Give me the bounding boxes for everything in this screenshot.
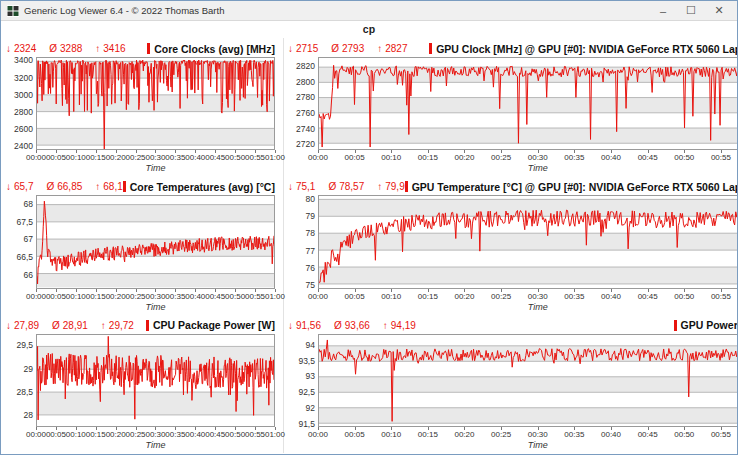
window-title: Generic Log Viewer 6.4 - © 2022 Thomas B… (24, 5, 649, 16)
y-tick-label: 77 (305, 246, 314, 256)
x-tick-label: 00:50 (225, 430, 245, 439)
y-tick-label: 2780 (296, 92, 315, 102)
line-plot[interactable] (36, 334, 275, 427)
line-plot[interactable] (36, 57, 275, 150)
x-tick-label: 00:10 (66, 153, 86, 162)
x-tick-label: 00:20 (454, 292, 474, 301)
legend-color-bar (674, 320, 677, 331)
x-tick-label: 00:10 (381, 292, 401, 301)
x-tick-label: 00:10 (66, 430, 86, 439)
line-plot[interactable] (318, 57, 738, 150)
x-tick-label: 00:10 (381, 430, 401, 439)
x-tick-label: 00:50 (674, 153, 694, 162)
x-tick-label: 00:00 (308, 292, 328, 301)
time-axis-label: Time (318, 440, 738, 452)
chart-panel-gpu-temp: ↓75,1 Ø78,57 ↑79,9 GPU Temperature [°C] … (284, 176, 738, 314)
x-tick-label: 00:30 (528, 430, 548, 439)
chart-stats: ↓2324 Ø3288 ↑3416 (6, 43, 126, 54)
max-arrow-icon: ↑ (101, 320, 106, 331)
chart-stats: ↓75,1 Ø78,57 ↑79,9 (288, 181, 405, 192)
x-tick-label: 00:15 (86, 153, 106, 162)
y-tick-label: 29,5 (16, 340, 33, 350)
chart-grid: ↓2324 Ø3288 ↑3416 Core Clocks (avg) [MHz… (2, 38, 736, 453)
chart-panel-gpu-clock: ↓2715 Ø2793 ↑2827 GPU Clock [MHz] @ GPU … (284, 38, 738, 176)
line-plot[interactable] (36, 195, 275, 288)
min-arrow-icon: ↓ (288, 320, 293, 331)
avg-icon: Ø (46, 181, 54, 192)
x-tick-label: 00:30 (145, 153, 165, 162)
x-tick-label: 00:05 (46, 292, 66, 301)
x-tick-label: 00:15 (418, 292, 438, 301)
x-tick-label: 00:00 (26, 430, 46, 439)
y-tick-label: 66,5 (16, 252, 33, 262)
y-axis-labels: 6867,56766,566 (6, 195, 36, 288)
close-button[interactable]: ✕ (705, 2, 733, 20)
max-arrow-icon: ↑ (95, 181, 100, 192)
y-axis-labels: 282028002780276027402720 (288, 57, 318, 150)
avg-icon: Ø (334, 320, 342, 331)
min-stat: ↓91,56 (288, 320, 321, 331)
x-tick-label: 00:00 (26, 153, 46, 162)
min-stat: ↓75,1 (288, 181, 315, 192)
y-tick-label: 93 (305, 371, 314, 381)
x-tick-label: 00:30 (145, 430, 165, 439)
y-tick-label: 67,5 (16, 217, 33, 227)
minimize-button[interactable]: – (649, 2, 677, 20)
y-tick-label: 2760 (296, 108, 315, 118)
line-plot[interactable] (318, 195, 738, 288)
y-tick-label: 29 (24, 364, 33, 374)
legend-color-bar (147, 43, 150, 54)
x-tick-label: 00:40 (185, 430, 205, 439)
avg-icon: Ø (331, 43, 339, 54)
x-tick-label: 00:15 (418, 153, 438, 162)
max-stat: ↑79,9 (377, 181, 404, 192)
x-tick-label: 00:35 (564, 430, 584, 439)
y-axis-labels: 29,52928,528 (6, 334, 36, 427)
max-stat: ↑29,72 (101, 320, 134, 331)
chart-panel-core-temps: ↓65,7 Ø66,85 ↑68,1 Core Temperatures (av… (2, 176, 284, 314)
max-arrow-icon: ↑ (377, 43, 382, 54)
x-tick-label: 01:00 (265, 430, 285, 439)
time-axis-label: Time (318, 163, 738, 175)
min-arrow-icon: ↓ (288, 43, 293, 54)
x-tick-label: 00:50 (674, 430, 694, 439)
y-tick-label: 76 (305, 263, 314, 273)
y-tick-label: 75 (305, 280, 314, 290)
x-tick-label: 00:35 (564, 292, 584, 301)
chart-title: GPU Clock [MHz] @ GPU [#0]: NVIDIA GeFor… (436, 43, 738, 55)
x-tick-label: 00:05 (46, 153, 66, 162)
y-tick-label: 2600 (14, 124, 33, 134)
x-tick-label: 00:50 (225, 292, 245, 301)
x-tick-label: 00:00 (26, 292, 46, 301)
y-tick-label: 28 (24, 410, 33, 420)
min-stat: ↓2324 (6, 43, 36, 54)
max-arrow-icon: ↑ (377, 181, 382, 192)
max-stat: ↑3416 (95, 43, 125, 54)
maximize-button[interactable]: ☐ (677, 2, 705, 20)
chart-title: Core Temperatures (avg) [°C] (130, 181, 275, 193)
x-tick-label: 00:30 (528, 292, 548, 301)
x-tick-label: 00:55 (711, 292, 731, 301)
chart-title: CPU Package Power [W] (153, 319, 275, 331)
x-tick-label: 00:30 (145, 292, 165, 301)
x-tick-label: 00:25 (491, 430, 511, 439)
x-tick-label: 00:50 (225, 153, 245, 162)
x-tick-label: 00:15 (418, 430, 438, 439)
min-arrow-icon: ↓ (6, 181, 11, 192)
x-tick-label: 00:20 (106, 153, 126, 162)
x-tick-label: 00:25 (491, 153, 511, 162)
chart-title: Core Clocks (avg) [MHz] (154, 43, 275, 55)
x-axis-labels: 00:0000:0500:1000:1500:2000:2500:3000:35… (36, 289, 275, 302)
x-tick-label: 00:30 (528, 153, 548, 162)
x-tick-label: 00:45 (205, 292, 225, 301)
line-plot[interactable] (318, 334, 738, 427)
time-axis-label: Time (36, 440, 275, 452)
min-arrow-icon: ↓ (6, 320, 11, 331)
avg-icon: Ø (328, 181, 336, 192)
x-axis-labels: 00:0000:0500:1000:1500:2000:2500:3000:35… (36, 150, 275, 163)
x-tick-label: 00:40 (601, 292, 621, 301)
avg-icon: Ø (49, 43, 57, 54)
x-tick-label: 00:20 (454, 153, 474, 162)
y-tick-label: 80 (305, 194, 314, 204)
y-tick-label: 78 (305, 228, 314, 238)
